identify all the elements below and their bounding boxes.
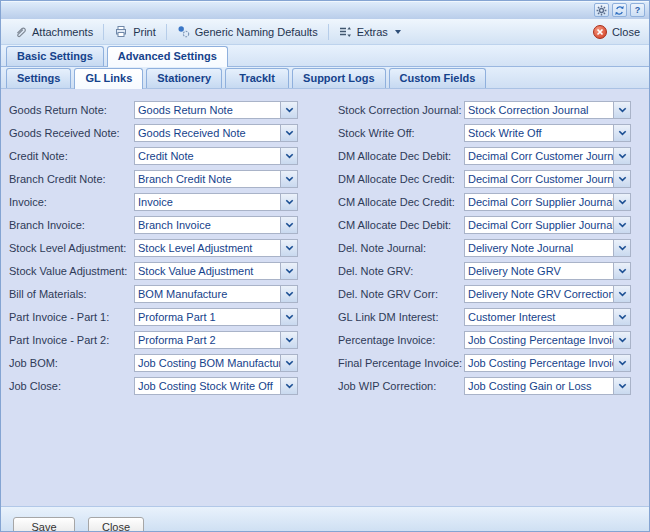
combo-trigger[interactable] xyxy=(613,217,630,233)
main-tab-strip: Basic SettingsAdvanced Settings xyxy=(1,45,649,67)
field-label-bill-of-materials: Bill of Materials: xyxy=(9,288,134,300)
chevron-down-icon xyxy=(285,291,294,297)
combo-value: Delivery Note Journal xyxy=(465,240,613,256)
form-row: Branch Invoice:Branch Invoice xyxy=(9,216,298,234)
combo-del-note-journal[interactable]: Delivery Note Journal xyxy=(464,239,631,257)
combo-trigger[interactable] xyxy=(280,194,297,210)
combo-goods-received-note[interactable]: Goods Received Note xyxy=(134,124,298,142)
combo-value: Branch Invoice xyxy=(135,217,280,233)
toolbar-item-extras[interactable]: Extras xyxy=(332,24,408,40)
combo-trigger[interactable] xyxy=(613,125,630,141)
field-label-goods-return-note: Goods Return Note: xyxy=(9,104,134,116)
combo-value: Decimal Corr Supplier Journal Cre xyxy=(465,194,613,210)
combo-trigger[interactable] xyxy=(280,125,297,141)
chevron-down-icon xyxy=(285,107,294,113)
gear-button[interactable] xyxy=(594,3,609,17)
combo-stock-write-off[interactable]: Stock Write Off xyxy=(464,124,631,142)
chevron-down-icon xyxy=(618,268,627,274)
close-button[interactable]: Close xyxy=(593,25,643,39)
combo-trigger[interactable] xyxy=(613,148,630,164)
combo-trigger[interactable] xyxy=(613,332,630,348)
save-button[interactable]: Save xyxy=(13,517,75,532)
combo-trigger[interactable] xyxy=(280,263,297,279)
toolbar-separator xyxy=(166,24,167,40)
combo-stock-level-adjustment[interactable]: Stock Level Adjustment xyxy=(134,239,298,257)
chevron-down-icon xyxy=(285,314,294,320)
tab-basic-settings[interactable]: Basic Settings xyxy=(6,46,104,66)
combo-trigger[interactable] xyxy=(613,378,630,394)
combo-bill-of-materials[interactable]: BOM Manufacture xyxy=(134,285,298,303)
combo-cm-allocate-dec-debit[interactable]: Decimal Corr Supplier Journal Cre xyxy=(464,216,631,234)
combo-percentage-invoice[interactable]: Job Costing Percentage Invoice xyxy=(464,331,631,349)
combo-invoice[interactable]: Invoice xyxy=(134,193,298,211)
chevron-down-icon xyxy=(285,360,294,366)
combo-job-bom[interactable]: Job Costing BOM Manufacture xyxy=(134,354,298,372)
combo-gl-link-dm-interest[interactable]: Customer Interest xyxy=(464,308,631,326)
chevron-down-icon xyxy=(618,176,627,182)
combo-trigger[interactable] xyxy=(613,286,630,302)
field-label-goods-received-note: Goods Received Note: xyxy=(9,127,134,139)
combo-dm-allocate-dec-credit[interactable]: Decimal Corr Customer Journal Cr xyxy=(464,170,631,188)
combo-part-invoice-part-1[interactable]: Proforma Part 1 xyxy=(134,308,298,326)
chevron-down-icon xyxy=(285,199,294,205)
tab-gl-links[interactable]: GL Links xyxy=(74,68,143,89)
combo-part-invoice-part-2[interactable]: Proforma Part 2 xyxy=(134,331,298,349)
combo-trigger[interactable] xyxy=(280,240,297,256)
toolbar-item-attachments[interactable]: Attachments xyxy=(7,23,100,40)
combo-trigger[interactable] xyxy=(280,286,297,302)
refresh-button[interactable] xyxy=(612,3,627,17)
combo-goods-return-note[interactable]: Goods Return Note xyxy=(134,101,298,119)
combo-trigger[interactable] xyxy=(613,263,630,279)
combo-branch-credit-note[interactable]: Branch Credit Note xyxy=(134,170,298,188)
combo-trigger[interactable] xyxy=(613,309,630,325)
form-row: Final Percentage Invoice:Job Costing Per… xyxy=(338,354,631,372)
combo-cm-allocate-dec-credit[interactable]: Decimal Corr Supplier Journal Cre xyxy=(464,193,631,211)
toolbar-item-generic-naming-defaults[interactable]: Generic Naming Defaults xyxy=(170,23,325,40)
combo-stock-correction-journal[interactable]: Stock Correction Journal xyxy=(464,101,631,119)
combo-trigger[interactable] xyxy=(280,171,297,187)
chevron-down-icon xyxy=(618,383,627,389)
toolbar-item-print[interactable]: Print xyxy=(107,23,163,40)
combo-dm-allocate-dec-debit[interactable]: Decimal Corr Customer Journal De xyxy=(464,147,631,165)
combo-trigger[interactable] xyxy=(613,355,630,371)
form-row: Job Close:Job Costing Stock Write Off xyxy=(9,377,298,395)
tab-settings[interactable]: Settings xyxy=(6,68,71,88)
chevron-down-icon xyxy=(285,383,294,389)
combo-value: Customer Interest xyxy=(465,309,613,325)
combo-del-note-grv-corr[interactable]: Delivery Note GRV Correction xyxy=(464,285,631,303)
combo-stock-value-adjustment[interactable]: Stock Value Adjustment xyxy=(134,262,298,280)
combo-trigger[interactable] xyxy=(280,332,297,348)
combo-trigger[interactable] xyxy=(280,309,297,325)
field-label-del-note-journal: Del. Note Journal: xyxy=(338,242,464,254)
field-label-cm-allocate-dec-credit: CM Allocate Dec Credit: xyxy=(338,196,464,208)
combo-del-note-grv[interactable]: Delivery Note GRV xyxy=(464,262,631,280)
combo-trigger[interactable] xyxy=(280,217,297,233)
field-label-dm-allocate-dec-debit: DM Allocate Dec Debit: xyxy=(338,150,464,162)
chevron-down-icon xyxy=(285,130,294,136)
combo-job-close[interactable]: Job Costing Stock Write Off xyxy=(134,377,298,395)
combo-job-wip-correction[interactable]: Job Costing Gain or Loss xyxy=(464,377,631,395)
form-row: Stock Write Off:Stock Write Off xyxy=(338,124,631,142)
combo-trigger[interactable] xyxy=(280,102,297,118)
footer-close-button[interactable]: Close xyxy=(88,517,144,532)
combo-branch-invoice[interactable]: Branch Invoice xyxy=(134,216,298,234)
tab-custom-fields[interactable]: Custom Fields xyxy=(389,68,487,88)
toolbar-separator xyxy=(328,24,329,40)
combo-trigger[interactable] xyxy=(280,355,297,371)
tab-advanced-settings[interactable]: Advanced Settings xyxy=(107,46,228,67)
combo-credit-note[interactable]: Credit Note xyxy=(134,147,298,165)
help-button[interactable]: ? xyxy=(630,3,645,17)
combo-trigger[interactable] xyxy=(613,171,630,187)
form-row: Stock Value Adjustment:Stock Value Adjus… xyxy=(9,262,298,280)
tab-stationery[interactable]: Stationery xyxy=(146,68,222,88)
combo-trigger[interactable] xyxy=(613,102,630,118)
combo-trigger[interactable] xyxy=(280,148,297,164)
toolbar-item-label: Generic Naming Defaults xyxy=(195,26,318,38)
combo-trigger[interactable] xyxy=(280,378,297,394)
combo-trigger[interactable] xyxy=(613,240,630,256)
tab-trackit[interactable]: TrackIt xyxy=(225,68,289,88)
form-row: Stock Correction Journal:Stock Correctio… xyxy=(338,101,631,119)
tab-support-logs[interactable]: Support Logs xyxy=(292,68,386,88)
combo-trigger[interactable] xyxy=(613,194,630,210)
combo-final-percentage-invoice[interactable]: Job Costing Percentage Invoice Fi xyxy=(464,354,631,372)
